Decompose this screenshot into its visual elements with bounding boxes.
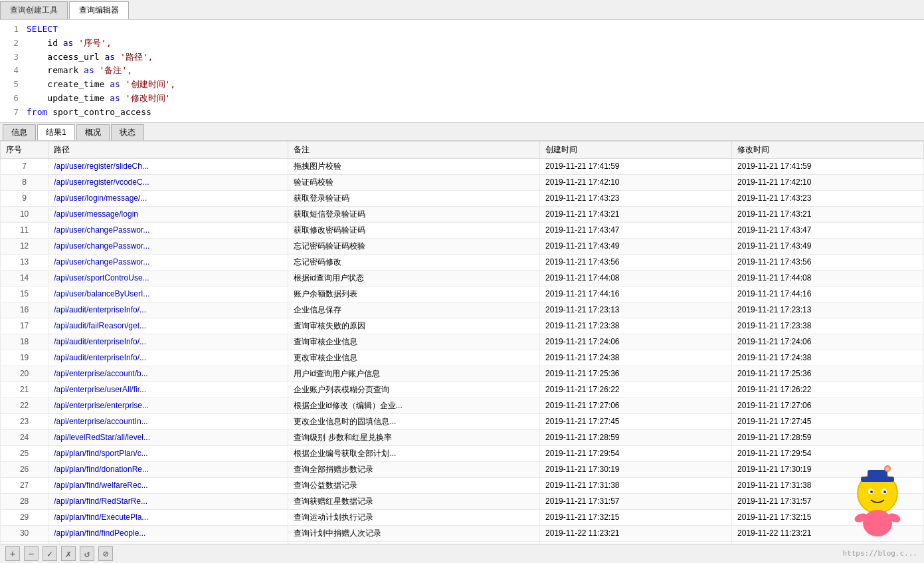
table-row[interactable]: 27/api/plan/find/welfareRec...查询公益数据记录20…	[1, 477, 924, 493]
tab-query-editor[interactable]: 查询编辑器	[69, 1, 129, 19]
cancel-button[interactable]: ✗	[61, 546, 76, 561]
table-row[interactable]: 9/api/user/login/message/...获取登录验证码2019-…	[1, 190, 924, 206]
cell-remark: 获取修改密码验证码	[288, 222, 540, 238]
stop-button[interactable]: ⊘	[98, 546, 113, 561]
cell-remark: 更改企业信息时的固填信息...	[288, 413, 540, 429]
cell-remark: 用户id查询用户账户信息	[288, 366, 540, 382]
table-row[interactable]: 11/api/user/changePasswor...获取修改密码验证码201…	[1, 222, 924, 238]
cell-create: 2019-11-22 11:23:21	[540, 525, 732, 541]
cell-path: /api/plan/find/findPeople...	[48, 525, 288, 541]
cell-path: /api/audit/failReason/get...	[48, 318, 288, 334]
table-row[interactable]: 12/api/user/changePasswor...忘记密码验证码校验201…	[1, 238, 924, 254]
tab-status[interactable]: 状态	[111, 124, 144, 140]
table-row[interactable]: 26/api/plan/find/donationRe...查询全部捐赠步数记录…	[1, 461, 924, 477]
table-row[interactable]: 30/api/plan/find/findPeople...查询计划中捐赠人次记…	[1, 525, 924, 541]
cell-create: 2019-11-21 17:30:19	[540, 461, 732, 477]
cell-update: 2019-11-21 17:44:16	[732, 286, 924, 302]
sql-line: 1SELECT	[0, 23, 924, 37]
table-row[interactable]: 18/api/audit/enterpriseInfo/...查询审核企业信息2…	[1, 334, 924, 350]
cell-update: 2019-11-21 17:31:57	[732, 493, 924, 509]
cell-remark: 查询审核企业信息	[288, 334, 540, 350]
refresh-button[interactable]: ↺	[80, 546, 94, 561]
table-row[interactable]: 19/api/audit/enterpriseInfo/...更改审核企业信息2…	[1, 350, 924, 366]
cell-create: 2019-11-21 17:31:38	[540, 477, 732, 493]
cell-seq: 21	[1, 382, 48, 397]
cell-path: /api/plan/find/donationRe...	[48, 461, 288, 477]
cell-seq: 12	[1, 238, 48, 254]
cell-path: /api/enterprise/enterprise...	[48, 397, 288, 413]
remove-button[interactable]: −	[24, 546, 39, 561]
table-header-row: 序号路径备注创建时间修改时间	[1, 141, 924, 158]
cell-update: 2019-11-21 17:44:08	[732, 270, 924, 286]
cell-path: /api/levelRedStar/all/level...	[48, 429, 288, 445]
cell-create: 2019-11-21 17:27:45	[540, 413, 732, 429]
sql-line: 7from sport_contro_access	[0, 106, 924, 120]
cell-create: 2019-11-21 17:24:06	[540, 334, 732, 350]
add-button[interactable]: +	[5, 546, 20, 561]
tab-query-builder[interactable]: 查询创建工具	[0, 1, 68, 19]
confirm-button[interactable]: ✓	[43, 546, 57, 561]
cell-path: /api/enterprise/userAll/fir...	[48, 382, 288, 397]
cell-path: /api/plan/find/welfareRec...	[48, 477, 288, 493]
cell-seq: 24	[1, 429, 48, 445]
table-row[interactable]: 29/api/plan/find/ExecutePla...查询运动计划执行记录…	[1, 509, 924, 525]
cell-create: 2019-11-21 17:28:59	[540, 429, 732, 445]
cell-path: /api/plan/find/sportPlan/c...	[48, 445, 288, 461]
table-row[interactable]: 23/api/enterprise/accountIn...更改企业信息时的固填…	[1, 413, 924, 429]
sql-line: 4 remark as '备注',	[0, 64, 924, 78]
table-row[interactable]: 17/api/audit/failReason/get...查询审核失败的原因2…	[1, 318, 924, 334]
cell-update: 2019-11-21 17:27:06	[732, 397, 924, 413]
table-row[interactable]: 28/api/plan/find/RedStarRe...查询获赠红星数据记录2…	[1, 493, 924, 509]
cell-seq: 27	[1, 477, 48, 493]
cell-update: 2019-11-21 17:29:54	[732, 445, 924, 461]
cell-create: 2019-11-21 17:43:21	[540, 206, 732, 222]
cell-update: 2019-11-21 17:43:23	[732, 190, 924, 206]
line-number: 6	[3, 92, 19, 106]
table-row[interactable]: 14/api/user/sportControUse...根据id查询用户状态2…	[1, 270, 924, 286]
tab-overview[interactable]: 概况	[76, 124, 110, 140]
tab-info[interactable]: 信息	[3, 124, 36, 140]
cell-remark: 根据企业编号获取全部计划...	[288, 445, 540, 461]
table-row[interactable]: 8/api/user/register/vcodeC...验证码校验2019-1…	[1, 174, 924, 190]
table-row[interactable]: 7/api/user/register/slideCh...拖拽图片校验2019…	[1, 158, 924, 174]
sql-line: 6 update_time as '修改时间'	[0, 92, 924, 106]
cell-seq: 28	[1, 493, 48, 509]
cell-update: 2019-11-21 17:43:21	[732, 206, 924, 222]
table-row[interactable]: 25/api/plan/find/sportPlan/c...根据企业编号获取全…	[1, 445, 924, 461]
cell-update: 2019-11-21 17:27:45	[732, 413, 924, 429]
cell-update: 2019-11-21 17:30:19	[732, 461, 924, 477]
table-row[interactable]: 20/api/enterprise/account/b...用户id查询用户账户…	[1, 366, 924, 382]
table-row[interactable]: 16/api/audit/enterpriseInfo/...企业信息保存201…	[1, 302, 924, 318]
table-row[interactable]: 22/api/enterprise/enterprise...根据企业id修改（…	[1, 397, 924, 413]
table-row[interactable]: 15/api/user/balanceByUserI...账户余额数据列表201…	[1, 286, 924, 302]
cell-path: /api/user/register/vcodeC...	[48, 174, 288, 190]
table-row[interactable]: 10/api/user/message/login获取短信登录验证码2019-1…	[1, 206, 924, 222]
cell-remark: 验证码校验	[288, 174, 540, 190]
cell-remark: 根据企业id修改（编辑）企业...	[288, 397, 540, 413]
cell-path: /api/plan/find/ExecutePla...	[48, 509, 288, 525]
cell-create: 2019-11-21 17:23:38	[540, 318, 732, 334]
cell-remark: 拖拽图片校验	[288, 158, 540, 174]
sql-editor[interactable]: 1SELECT2 id as '序号',3 access_url as '路径'…	[0, 20, 924, 123]
cell-remark: 忘记密码修改	[288, 254, 540, 270]
cell-update: 2019-11-21 17:23:38	[732, 318, 924, 334]
cell-seq: 29	[1, 509, 48, 525]
cell-create: 2019-11-21 17:26:22	[540, 382, 732, 397]
tab-result1[interactable]: 结果1	[37, 124, 75, 140]
table-row[interactable]: 13/api/user/changePasswor...忘记密码修改2019-1…	[1, 254, 924, 270]
cell-remark: 获取短信登录验证码	[288, 206, 540, 222]
cell-create: 2019-11-21 17:43:23	[540, 190, 732, 206]
cell-update: 2019-11-21 17:41:59	[732, 158, 924, 174]
cell-create: 2019-11-21 17:43:47	[540, 222, 732, 238]
cell-update: 2019-11-21 17:43:49	[732, 238, 924, 254]
line-number: 3	[3, 51, 19, 64]
table-row[interactable]: 21/api/enterprise/userAll/fir...企业账户列表模糊…	[1, 382, 924, 397]
sql-code: remark as '备注',	[27, 64, 132, 78]
cell-remark: 查询全部捐赠步数记录	[288, 461, 540, 477]
cell-seq: 22	[1, 397, 48, 413]
cell-update: 2019-11-21 17:31:38	[732, 477, 924, 493]
cell-update: 2019-11-21 17:43:56	[732, 254, 924, 270]
cell-remark: 企业信息保存	[288, 302, 540, 318]
table-row[interactable]: 24/api/levelRedStar/all/level...查询级别 步数和…	[1, 429, 924, 445]
sql-code: from sport_contro_access	[27, 106, 151, 120]
